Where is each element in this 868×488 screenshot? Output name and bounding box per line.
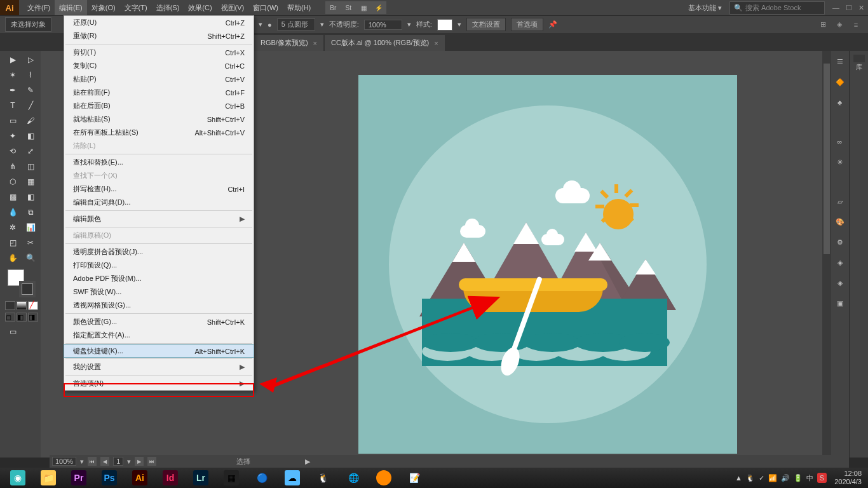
taskbar-explorer[interactable]: 📁 [34, 469, 63, 487]
properties-icon[interactable]: ☰ [833, 55, 847, 69]
pen-tool[interactable]: ✒ [4, 83, 22, 98]
menu-视图(V)[interactable]: 视图(V) [217, 0, 249, 15]
menu-item[interactable]: 就地粘贴(S)Shift+Ctrl+V [64, 112, 254, 126]
brushes-icon[interactable]: ♣ [833, 95, 847, 109]
menu-文件(F)[interactable]: 文件(F) [23, 0, 55, 15]
system-tray[interactable]: ▲ 🐧✓📶🔊🔋中 S 12:08 2020/4/3 [735, 470, 865, 486]
taskbar-notepad[interactable]: 📝 [400, 469, 429, 487]
draw-normal-icon[interactable]: ◻ [5, 313, 15, 322]
maximize-icon[interactable]: ☐ [846, 4, 852, 12]
menu-item[interactable]: 指定配置文件(A)... [64, 329, 254, 342]
tab-close-icon[interactable]: × [434, 39, 438, 47]
hand-tool[interactable]: ✋ [4, 250, 22, 266]
mesh-tool[interactable]: ▩ [4, 189, 22, 205]
taskbar-app[interactable]: ▦ [217, 469, 246, 487]
menu-item[interactable]: 在所有画板上粘贴(S)Alt+Shift+Ctrl+V [64, 126, 254, 139]
menu-item[interactable]: SWF 预设(W)... [64, 285, 254, 299]
libraries-tab[interactable]: 库 [853, 55, 865, 62]
menu-效果(C)[interactable]: 效果(C) [184, 0, 216, 15]
taskbar-app[interactable]: ◉ [3, 469, 32, 487]
opacity-input[interactable]: 100% [364, 20, 402, 30]
menu-item[interactable]: 贴在前面(F)Ctrl+F [64, 86, 254, 99]
perspective-tool[interactable]: ▦ [22, 174, 39, 189]
menu-编辑(E)[interactable]: 编辑(E) [55, 0, 87, 15]
paintbrush-tool[interactable]: 🖌 [22, 113, 39, 128]
selection-tool[interactable]: ▶ [4, 52, 22, 67]
draw-behind-icon[interactable]: ◧ [17, 313, 27, 322]
menu-item[interactable]: 拼写检查(H)...Ctrl+I [64, 182, 254, 196]
arrange-icon[interactable]: ▦ [356, 1, 371, 14]
tab-close-icon[interactable]: × [313, 39, 317, 47]
align-icon[interactable]: ⊞ [816, 19, 830, 30]
menu-item[interactable]: 键盘快捷键(K)...Alt+Shift+Ctrl+K [64, 344, 254, 358]
none-mode-icon[interactable]: ╱ [28, 301, 38, 310]
vertical-scrollbar[interactable] [822, 51, 831, 455]
menu-文字(T)[interactable]: 文字(T) [120, 0, 152, 15]
eraser-tool[interactable]: ◧ [22, 128, 39, 144]
stroke-icon[interactable]: ◈ [833, 255, 847, 269]
bridge-icon[interactable]: Br [325, 1, 341, 14]
first-artboard-icon[interactable]: ⏮ [88, 457, 97, 466]
workspace-switcher[interactable]: 基本功能 ▾ [683, 2, 727, 14]
free-transform-tool[interactable]: ◫ [22, 159, 39, 174]
taskbar-chrome[interactable]: 🌐 [339, 469, 368, 487]
cc-icon[interactable]: ∞ [833, 135, 847, 149]
menu-item[interactable]: 颜色设置(G)...Shift+Ctrl+K [64, 315, 254, 329]
prefs-button[interactable]: 首选项 [511, 18, 543, 31]
menu-item[interactable]: 编辑自定词典(D)... [64, 196, 254, 209]
swatches-icon[interactable]: 🎨 [833, 215, 847, 229]
direct-selection-tool[interactable]: ▷ [22, 52, 39, 67]
menu-item[interactable]: 打印预设(Q)... [64, 259, 254, 272]
curvature-tool[interactable]: ✎ [22, 83, 39, 98]
tray-up-icon[interactable]: ▲ [735, 474, 742, 482]
type-tool[interactable]: T [4, 98, 22, 113]
symbol-sprayer-tool[interactable]: ✲ [4, 220, 22, 235]
fill-stroke-swatch[interactable] [8, 269, 36, 297]
ime-icon[interactable]: S [817, 473, 827, 483]
width-tool[interactable]: ⋔ [4, 159, 22, 174]
lasso-tool[interactable]: ⌇ [22, 67, 39, 83]
shaper-tool[interactable]: ✦ [4, 128, 22, 144]
symbols-icon[interactable]: ⚙ [833, 235, 847, 249]
menu-item[interactable]: 还原(U)Ctrl+Z [64, 16, 254, 29]
menu-选择(S)[interactable]: 选择(S) [152, 0, 184, 15]
taskbar-pr[interactable]: Pr [64, 469, 93, 487]
rectangle-tool[interactable]: ▭ [4, 113, 22, 128]
document-tab[interactable]: RGB/像素预览)× [254, 35, 323, 51]
pin-icon[interactable]: 📌 [548, 20, 557, 29]
menu-窗口(W)[interactable]: 窗口(W) [248, 0, 283, 15]
line-tool[interactable]: ╱ [22, 98, 39, 113]
taskbar-ps[interactable]: Ps [95, 469, 124, 487]
shape-icon[interactable]: ▱ [833, 194, 847, 208]
style-swatch[interactable] [437, 19, 452, 30]
taskbar-app[interactable] [369, 469, 398, 487]
rotate-tool[interactable]: ⟲ [4, 144, 22, 159]
prev-artboard-icon[interactable]: ◀ [100, 457, 109, 466]
minimize-icon[interactable]: — [832, 4, 839, 12]
menu-item[interactable]: Adobe PDF 预设(M)... [64, 272, 254, 285]
scale-tool[interactable]: ⤢ [22, 144, 39, 159]
next-artboard-icon[interactable]: ▶ [135, 457, 144, 466]
layers-icon[interactable]: ◈ [833, 276, 847, 290]
document-tab[interactable]: CC版本.ai @ 100% (RGB/预览)× [325, 35, 445, 51]
artboards-icon[interactable]: ▣ [833, 296, 847, 310]
menu-item[interactable]: 复制(C)Ctrl+C [64, 59, 254, 72]
menu-item[interactable]: 贴在后面(B)Ctrl+B [64, 99, 254, 112]
shape-builder-tool[interactable]: ⬡ [4, 174, 22, 189]
taskbar-ai[interactable]: Ai [125, 469, 154, 487]
artboard-tool[interactable]: ◰ [4, 235, 22, 250]
slice-tool[interactable]: ✂ [22, 235, 39, 250]
draw-inside-icon[interactable]: ◨ [28, 313, 38, 322]
close-icon[interactable]: ✕ [858, 4, 864, 12]
zoom-input[interactable]: 100% [52, 457, 76, 466]
taskbar-qq[interactable]: 🐧 [308, 469, 337, 487]
brush-dropdown[interactable]: 5 点圆形 [277, 18, 315, 30]
menu-对象(O)[interactable]: 对象(O) [87, 0, 120, 15]
stock-icon[interactable]: St [341, 1, 356, 14]
graph-tool[interactable]: 📊 [22, 220, 39, 235]
color-themes-icon[interactable]: ☀ [833, 155, 847, 169]
zoom-tool[interactable]: 🔍 [22, 250, 39, 266]
eyedropper-tool[interactable]: 💧 [4, 205, 22, 220]
search-stock-input[interactable]: 🔍 搜索 Adobe Stock [729, 1, 825, 15]
color-mode-icon[interactable] [5, 301, 15, 310]
